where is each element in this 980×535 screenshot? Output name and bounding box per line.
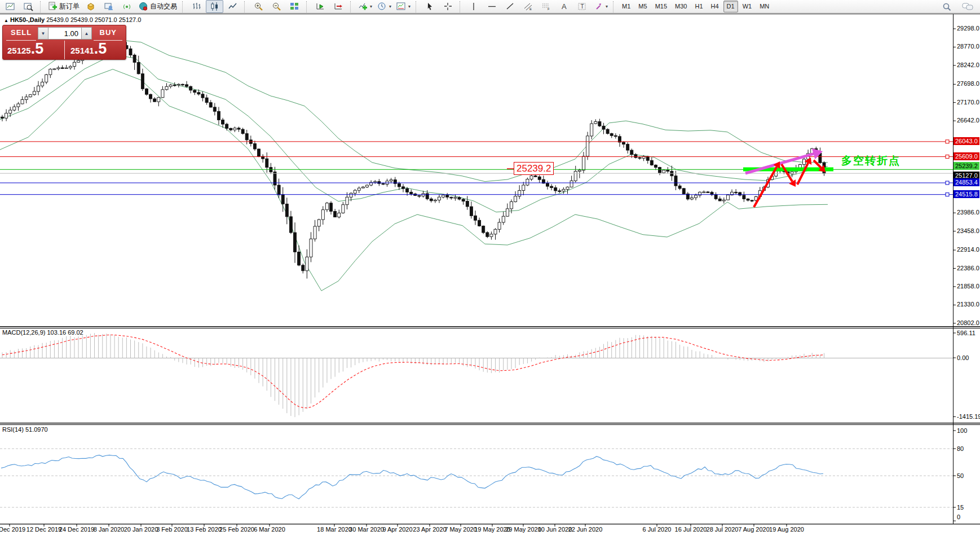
volume-increase-button[interactable]: ▲ bbox=[81, 27, 92, 40]
data-window-icon[interactable] bbox=[100, 0, 118, 13]
toolbar-separator bbox=[350, 1, 353, 12]
auto-trading-icon bbox=[139, 2, 148, 11]
ohlc-values: 25439.0 25439.0 25071.0 25127.0 bbox=[46, 16, 141, 23]
timeframe-button-h1[interactable]: H1 bbox=[691, 1, 706, 12]
templates-button[interactable]: ▾ bbox=[394, 0, 413, 13]
clock-icon bbox=[377, 2, 387, 11]
svg-text:E: E bbox=[529, 7, 532, 11]
sell-label: SELL bbox=[11, 28, 32, 37]
new-order-icon bbox=[48, 2, 58, 11]
indicators-icon bbox=[358, 2, 368, 11]
chat-icon[interactable] bbox=[959, 0, 976, 13]
crosshair-tool-icon[interactable] bbox=[439, 0, 457, 13]
zoom-out-icon[interactable] bbox=[268, 0, 285, 13]
auto-trading-label: 自动交易 bbox=[150, 2, 177, 11]
chevron-down-icon: ▾ bbox=[389, 4, 391, 9]
one-click-trading-panel: SELL 25125.5 BUY 25141.5 ▼ 1.00 ▲ bbox=[2, 25, 126, 60]
chevron-down-icon: ▾ bbox=[606, 4, 608, 9]
horizontal-line-tool-icon[interactable] bbox=[483, 0, 501, 13]
price-level-tag[interactable]: 25239.2 bbox=[514, 162, 554, 175]
indicators-button[interactable]: ▾ bbox=[356, 0, 374, 13]
signal-icon[interactable] bbox=[118, 0, 136, 13]
auto-trading-button[interactable]: 自动交易 bbox=[136, 0, 179, 13]
candlestick-mode-icon[interactable] bbox=[206, 0, 223, 13]
bar-chart-mode-icon[interactable] bbox=[188, 0, 205, 13]
toolbar-separator bbox=[40, 1, 43, 12]
timeframe-button-w1[interactable]: W1 bbox=[739, 1, 756, 12]
collapse-icon[interactable]: ▲ bbox=[4, 18, 8, 23]
toolbar-separator bbox=[182, 1, 185, 12]
profile-window-icon[interactable] bbox=[20, 0, 37, 13]
sell-price: 25125.5 bbox=[7, 40, 43, 58]
zoom-in-icon[interactable] bbox=[250, 0, 267, 13]
timeframe-button-group: M1M5M15M30H1H4D1W1MN bbox=[619, 1, 772, 12]
timeframes-menu-button[interactable]: ▾ bbox=[375, 0, 394, 13]
svg-text:F: F bbox=[548, 7, 550, 11]
buy-label: BUY bbox=[100, 28, 117, 37]
main-toolbar: 新订单 自动交易 ▾ ▾ ▾ E F A T ▾ bbox=[0, 0, 980, 14]
auto-scroll-icon[interactable] bbox=[312, 0, 329, 13]
chart-shift-icon[interactable] bbox=[330, 0, 347, 13]
vertical-line-tool-icon[interactable] bbox=[465, 0, 483, 13]
fibonacci-tool-icon[interactable]: F bbox=[537, 0, 555, 13]
toolbar-separator bbox=[306, 1, 309, 12]
toolbar-separator bbox=[460, 1, 462, 12]
timeframe-button-h4[interactable]: H4 bbox=[708, 1, 722, 12]
volume-stepper: ▼ 1.00 ▲ bbox=[38, 27, 92, 40]
buy-price: 25141.5 bbox=[70, 40, 107, 58]
symbol-timeframe-label: HK50-,Daily bbox=[10, 16, 45, 23]
new-order-button[interactable]: 新订单 bbox=[46, 0, 82, 13]
search-icon[interactable] bbox=[938, 0, 955, 13]
chevron-down-icon: ▾ bbox=[370, 4, 372, 9]
mt4-application-window: 新订单 自动交易 ▾ ▾ ▾ E F A T ▾ bbox=[0, 0, 980, 535]
market-watch-icon[interactable] bbox=[82, 0, 100, 13]
timeframe-button-d1[interactable]: D1 bbox=[723, 1, 738, 12]
svg-text:T: T bbox=[581, 3, 584, 10]
arrows-tool-icon bbox=[594, 2, 603, 11]
turning-point-annotation[interactable]: 多空转折点 bbox=[841, 154, 900, 168]
timeframe-button-m15[interactable]: M15 bbox=[652, 1, 670, 12]
trendline-tool-icon[interactable] bbox=[501, 0, 519, 13]
divider bbox=[64, 41, 65, 59]
toolbar-separator bbox=[244, 1, 247, 12]
equidistant-channel-tool-icon[interactable]: E bbox=[519, 0, 537, 13]
timeframe-button-m30[interactable]: M30 bbox=[672, 1, 690, 12]
chart-title: ▲ HK50-,Daily 25439.0 25439.0 25071.0 25… bbox=[4, 16, 141, 23]
chart-canvas[interactable] bbox=[0, 0, 980, 535]
new-order-label: 新订单 bbox=[59, 2, 80, 11]
text-tool-icon[interactable]: A bbox=[555, 0, 573, 13]
tile-windows-icon[interactable] bbox=[286, 0, 303, 13]
toolbar-separator bbox=[416, 1, 418, 12]
timeframe-button-m5[interactable]: M5 bbox=[635, 1, 650, 12]
chart-window-icon[interactable] bbox=[2, 0, 19, 13]
text-label-tool-icon[interactable]: T bbox=[573, 0, 591, 13]
volume-decrease-button[interactable]: ▼ bbox=[38, 27, 48, 40]
toolbar-separator bbox=[613, 1, 616, 12]
svg-text:A: A bbox=[562, 2, 567, 11]
arrows-tool-button[interactable]: ▾ bbox=[591, 0, 610, 13]
volume-input[interactable]: 1.00 bbox=[48, 27, 81, 40]
cursor-tool-icon[interactable] bbox=[421, 0, 439, 13]
chevron-down-icon: ▾ bbox=[408, 4, 410, 9]
line-chart-mode-icon[interactable] bbox=[224, 0, 241, 13]
timeframe-button-m1[interactable]: M1 bbox=[619, 1, 634, 12]
template-icon bbox=[396, 2, 406, 11]
timeframe-button-mn[interactable]: MN bbox=[756, 1, 772, 12]
